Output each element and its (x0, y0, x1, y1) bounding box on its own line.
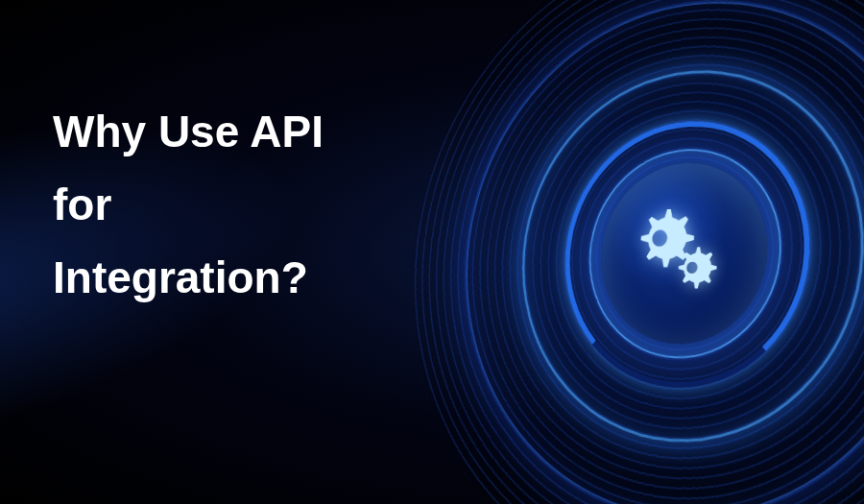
page-heading: Why Use API for Integration? (53, 96, 324, 315)
heading-line-2: for (53, 169, 324, 242)
heading-line-1: Why Use API (53, 96, 324, 169)
gears-icon (632, 197, 733, 307)
heading-line-3: Integration? (53, 242, 324, 315)
tech-graphic (415, 0, 864, 504)
